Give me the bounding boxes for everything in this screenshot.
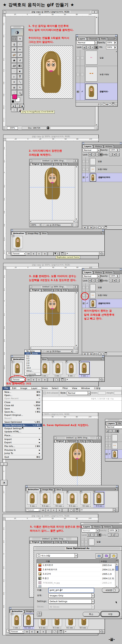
tab-animation[interactable]: Animation (26, 488, 40, 491)
next-frame-button[interactable]: ▕▶ (42, 378, 48, 382)
loop-select[interactable]: Forever▼ (12, 252, 26, 255)
tab-layers[interactable]: Layers (106, 422, 116, 425)
tween-button[interactable]: ∘∘∘ (46, 630, 52, 634)
column-header-name[interactable]: 이름 (37, 560, 100, 563)
hscrollbar[interactable]: ◀ ▶ (30, 220, 75, 223)
first-frame-button[interactable]: ◀◀ (26, 252, 31, 256)
next-frame-button[interactable]: ▕▶ (42, 252, 48, 256)
unify-style-icon[interactable]: ◎ (116, 153, 120, 156)
visibility-eye-icon[interactable] (76, 90, 80, 93)
scroll-right-button[interactable]: ▶ (99, 378, 102, 382)
tab-optimized[interactable]: Optimized (42, 541, 54, 544)
healing-brush-tool[interactable] (12, 52, 17, 58)
scroll-up-arrow[interactable]: ▲ (116, 50, 117, 52)
blend-mode-select[interactable]: Normal▲▼ (83, 274, 100, 278)
visibility-checkbox[interactable] (76, 56, 80, 60)
adjustment-layer-icon[interactable]: ◐ (106, 104, 108, 106)
layer-row[interactable]: 입술 (82, 284, 122, 292)
format-select[interactable]: Images Only▲▼ (48, 594, 94, 598)
tab-original[interactable]: Original (30, 289, 41, 292)
animation-frame[interactable]: 5 1 sec. ▾ (66, 361, 77, 378)
location-select[interactable]: 데스크탑▲▼ (36, 554, 78, 558)
download-time-select[interactable]: -- / -- sec @ 28.8 Kbps▼ (41, 350, 73, 353)
play-button[interactable]: ▶ (36, 378, 42, 382)
palette-grip[interactable] (11, 26, 24, 28)
zoom-select[interactable]: 300%▼ (30, 224, 42, 226)
lock-position-icon[interactable]: ✛ (96, 153, 99, 156)
edit-in-photoshop-button[interactable]: ⇨ (11, 108, 17, 112)
recents-button[interactable]: ▼ (110, 554, 117, 558)
layer-row[interactable]: 눈썹 copy (76, 66, 118, 83)
animation-frame[interactable]: 1 1 sec. ▾ (11, 613, 22, 630)
animation-frame-selected[interactable]: 6 ∘∘ 0.5 sec. ▾ (93, 491, 105, 508)
lock-transparency-icon[interactable]: ▨ (88, 153, 92, 156)
height-field[interactable] (114, 392, 122, 394)
magic-wand-tool[interactable]: ☆ (17, 42, 23, 47)
new-folder-button[interactable]: 새로운 (102, 588, 119, 592)
list-scrollbar[interactable]: ▲ ▼ (115, 563, 118, 588)
tab-optimized[interactable]: Optimized (42, 289, 54, 292)
lock-all-icon[interactable]: ◘ (94, 46, 98, 49)
tab-history[interactable]: History (94, 145, 104, 148)
tab-paths[interactable]: Paths (100, 37, 108, 40)
delete-layer-icon[interactable] (112, 103, 114, 106)
vscrollbar[interactable]: ▲▼ (75, 292, 78, 346)
tab-actions[interactable]: Actions (102, 525, 113, 528)
step-back-icon[interactable]: ◀▏ (83, 226, 88, 229)
tab-animation[interactable]: Animation (12, 358, 26, 361)
swap-colors-icon[interactable]: ⇄ (20, 94, 22, 96)
line-tool[interactable]: ╲ (17, 80, 23, 84)
lock-position-icon[interactable]: ✛ (90, 46, 94, 49)
close-box[interactable] (30, 160, 32, 162)
file-row-disabled[interactable]: 7f783006_m.jpg 2005.2.4 (37, 580, 116, 585)
tab-2up[interactable]: 2-Up (78, 440, 86, 442)
menu-item[interactable]: Other... (24, 370, 40, 372)
layer-set-icon[interactable] (98, 226, 101, 228)
stop-button[interactable]: ■ (35, 630, 40, 634)
favorites-button[interactable]: ▼ (103, 554, 110, 558)
new-layer-icon[interactable] (102, 226, 104, 228)
animation-frame[interactable]: 3 ∘∘ 0.1 sec. ▾ (53, 491, 64, 508)
sort-order-icon[interactable]: ≜ (116, 560, 118, 563)
screen-mode-standard[interactable]: ▣ (11, 104, 16, 108)
delete-frame-button[interactable] (58, 630, 64, 634)
tab-4up[interactable]: 4-Up (62, 163, 68, 166)
layer-style-icon[interactable]: ƒ (94, 226, 95, 228)
cancel-button[interactable]: 취소 (83, 612, 100, 616)
play-button[interactable]: ▶ (36, 252, 42, 256)
visibility-checkbox[interactable] (76, 73, 80, 76)
play-button[interactable]: ▶ (51, 508, 56, 512)
tab-2up[interactable]: 2-Up (54, 163, 61, 166)
loop-select[interactable]: Forever▼ (26, 508, 40, 512)
fill-value[interactable]: 100%▶ (106, 46, 117, 49)
animation-frame-selected[interactable]: 2 0.1 sec. ▾ (23, 613, 34, 630)
settings-select[interactable]: Default Settings▲▼ (48, 599, 94, 604)
tab-history[interactable]: History (92, 525, 102, 528)
layer-row[interactable]: 입술 (76, 50, 118, 66)
tab-2up[interactable]: 2-Up (54, 289, 61, 292)
scroll-right-button[interactable]: ▶ (113, 508, 116, 512)
menu-view[interactable]: View (70, 387, 79, 390)
tab-animation[interactable]: Animation (10, 610, 24, 613)
window-titlebar[interactable]: 금발 copy @ 300% (금발머리여자, RGB) (3, 10, 98, 14)
tab-history[interactable]: History (94, 271, 104, 274)
layer-style-icon[interactable]: ƒ (98, 103, 99, 106)
style-select[interactable]: Normal▲▼ (67, 391, 90, 395)
file-row[interactable]: 3.피규어 2005.1.9 (37, 572, 116, 576)
foreground-color-swatch[interactable] (12, 94, 17, 99)
scroll-right-button[interactable]: ▶ (99, 252, 102, 256)
layer-thumbnail[interactable] (86, 50, 98, 64)
photoshop-logo[interactable]: ◑ (11, 28, 23, 36)
lock-pixels-icon[interactable]: ✐ (86, 46, 90, 49)
tab-actions[interactable]: Actions (104, 145, 114, 148)
close-box[interactable] (4, 11, 6, 14)
eraser-tool[interactable] (12, 63, 17, 68)
scroll-down-arrow[interactable]: ▼ (96, 124, 97, 126)
prev-frame-button[interactable]: ◀▏ (31, 378, 36, 382)
layer-thumbnail[interactable] (86, 67, 98, 82)
crop-tool[interactable]: # (12, 47, 17, 52)
animation-frame[interactable]: 5 ∘∘ 0.1 sec. ▾ (80, 491, 92, 508)
animation-frame[interactable]: 1 1 sec. ▾ (12, 235, 24, 252)
width-field[interactable] (98, 392, 106, 394)
help-button[interactable]: ? (37, 612, 42, 616)
